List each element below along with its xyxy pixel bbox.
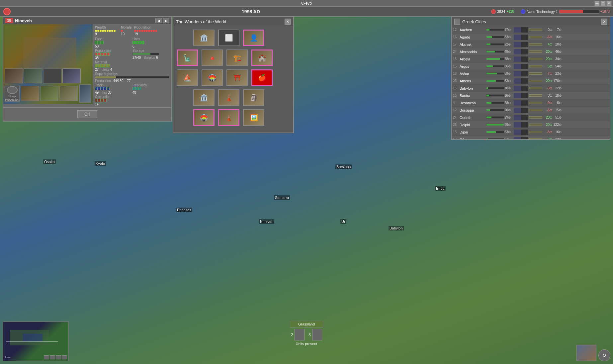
titlebar-controls[interactable]: — □ ✕ xyxy=(594,1,612,6)
wealth-dot xyxy=(109,30,111,32)
surplus-value: 6 xyxy=(156,56,158,59)
building-thumb-4 xyxy=(5,68,23,83)
wonder-9[interactable]: 🏟️ xyxy=(202,69,223,86)
city-row-val1: -3⊙ xyxy=(543,86,552,90)
wonder-7[interactable]: 🏰 xyxy=(251,49,273,66)
city-row-num: 16 xyxy=(453,94,460,97)
city-row[interactable]: 15 Babylon 10⊙ -3⊙ 22⊙ xyxy=(452,85,610,92)
city-row[interactable]: 16 Bactra 16⊙ 0⊙ 10⊙ xyxy=(452,92,610,99)
city-row-pop: 53⊙ xyxy=(504,130,514,134)
pop-seg xyxy=(104,52,107,56)
city-prev-button[interactable]: ◀ xyxy=(155,18,162,23)
city-row-num: 17 xyxy=(453,43,460,46)
city-row-pop: 9⊙ xyxy=(504,137,514,139)
wonder-4[interactable]: 🗽 xyxy=(177,49,198,66)
city-row[interactable]: 12 Aachen 17⊙ 0⊙ 7⊙ xyxy=(452,26,610,34)
view-button[interactable] xyxy=(62,355,67,359)
minimap-controls: 1 — xyxy=(5,355,67,359)
trade-stat: Trade 49 Tax 33 xyxy=(95,83,132,94)
city-row[interactable]: 12 Borsippa 20⊙ -6⊙ 15⊙ xyxy=(452,107,610,114)
city-map-col: Hurry Production xyxy=(3,24,93,107)
wealth-dot xyxy=(95,30,97,32)
hurry-production-button[interactable]: Hurry Production xyxy=(5,86,20,102)
city-row-val2: 7⊙ xyxy=(552,28,562,32)
city-row[interactable]: 25 Delphi 99⊙ 20⊙ 122⊙ xyxy=(452,121,610,129)
wonder-5[interactable]: 🔺 xyxy=(202,49,223,66)
city-row-valbar xyxy=(529,65,542,67)
city-panel-body: Hurry Production xyxy=(3,24,171,107)
city-row[interactable]: 24 Alexandria 49⊙ 20⊙ 46⊙ xyxy=(452,48,610,55)
city-row-name: Aachen xyxy=(460,28,486,32)
ok-button[interactable]: OK xyxy=(77,110,97,118)
minimize-button[interactable]: — xyxy=(594,1,600,6)
city-next-button[interactable]: ▶ xyxy=(163,18,169,23)
city-row-img2 xyxy=(521,78,528,84)
city-row-num: 12 xyxy=(453,108,460,112)
city-row-popbar xyxy=(486,94,504,97)
population-value: 19 xyxy=(134,32,138,36)
city-row[interactable]: 17 Akshak 22⊙ 4⊙ 20⊙ xyxy=(452,41,610,48)
city-row-num: 24 xyxy=(453,116,460,119)
corruption-value: 14 xyxy=(95,102,99,106)
greek-city-list[interactable]: 12 Aachen 17⊙ 0⊙ 7⊙ 16 Agade 33⊙ -6⊙ 16⊙… xyxy=(452,26,610,139)
research-value: 48 xyxy=(132,91,136,94)
wonder-6[interactable]: 🏗️ xyxy=(226,49,248,66)
city-row[interactable]: 16 Agade 33⊙ -6⊙ 16⊙ xyxy=(452,34,610,41)
wonder-8[interactable]: ⛵ xyxy=(177,69,198,86)
city-row-valbar xyxy=(529,102,542,104)
city-row[interactable]: 18 Ashur 59⊙ -7⊙ 23⊙ xyxy=(452,70,610,77)
city-row[interactable]: 15 Argos 36⊙ 5⊙ 54⊙ xyxy=(452,63,610,70)
city-row-popbar-fill xyxy=(486,102,491,104)
wonder-14[interactable]: 🗿 xyxy=(243,89,264,106)
maximize-button[interactable]: □ xyxy=(600,1,606,6)
wonder-15[interactable]: 🏟️ xyxy=(193,109,215,126)
resource-value: 3534 xyxy=(497,10,505,14)
zoom-out-button[interactable] xyxy=(44,355,49,359)
help-button[interactable]: ↻ xyxy=(598,349,610,361)
wonder-16[interactable]: 🗼 xyxy=(218,109,239,126)
city-row-val2: 0⊙ xyxy=(552,101,562,105)
city-row-name: Ashur xyxy=(460,72,486,76)
city-row-popbar xyxy=(486,58,504,60)
close-button[interactable]: ✕ xyxy=(606,1,612,6)
map-city-label-borsippa: Borsippa xyxy=(335,164,352,169)
city-row-pop: 53⊙ xyxy=(504,79,514,83)
surplus-label: Surplus xyxy=(144,56,155,59)
city-row[interactable]: 15 Dijon 53⊙ -8⊙ 16⊙ xyxy=(452,129,610,136)
building-thumb-1 xyxy=(21,86,39,101)
corruption-seg xyxy=(98,99,101,102)
minimap-button[interactable] xyxy=(56,355,61,359)
wonder-11[interactable]: 🍎 xyxy=(251,69,273,86)
wonder-4-img: 🗽 xyxy=(178,50,197,65)
city-row-img2 xyxy=(521,35,528,40)
food-label: Food xyxy=(95,37,132,41)
wonder-1[interactable]: 🏛️ xyxy=(193,30,215,46)
greek-close-button[interactable]: ✕ xyxy=(601,19,607,25)
city-row[interactable]: 24 Corinth 29⊙ 20⊙ 51⊙ xyxy=(452,114,610,121)
wonder-12[interactable]: 🏛️ xyxy=(193,89,215,106)
wonder-10[interactable]: ⛩️ xyxy=(226,69,248,86)
city-row-img1 xyxy=(514,71,521,76)
superhighways-label: Superhighways xyxy=(95,72,169,76)
wonders-close-button[interactable]: ✕ xyxy=(285,19,291,25)
city-row[interactable]: 25 Athens 53⊙ 20⊙ 170⊙ xyxy=(452,77,610,85)
city-row[interactable]: 4 Besancon 28⊙ -9⊙ 0⊙ xyxy=(452,99,610,107)
wonder-17[interactable]: 🖼️ xyxy=(243,109,264,126)
wonder-3[interactable]: 👤 xyxy=(243,30,264,46)
hurry-icon xyxy=(7,86,18,94)
city-row-popbar xyxy=(486,124,504,126)
city-row[interactable]: 15 Arbela 78⊙ 20⊙ 34⊙ xyxy=(452,55,610,63)
food-seg xyxy=(101,41,104,44)
wonder-2[interactable]: ⬜ xyxy=(218,30,239,46)
mat-units-label: Units xyxy=(102,68,109,71)
city-row-img1 xyxy=(514,78,521,84)
city-row-pop: 16⊙ xyxy=(504,94,514,97)
city-row-val1: -7⊙ xyxy=(543,72,552,75)
research-seg xyxy=(135,87,138,90)
wonder-13[interactable]: 🗼 xyxy=(218,89,239,106)
city-row[interactable]: 12 Edo 9⊙ 3⊙ 22⊙ xyxy=(452,136,610,139)
prod-value: 44/160 xyxy=(113,79,124,83)
tech-progress-bar xyxy=(559,10,599,14)
city-row-pop: 33⊙ xyxy=(504,35,514,39)
zoom-in-button[interactable] xyxy=(50,355,55,359)
